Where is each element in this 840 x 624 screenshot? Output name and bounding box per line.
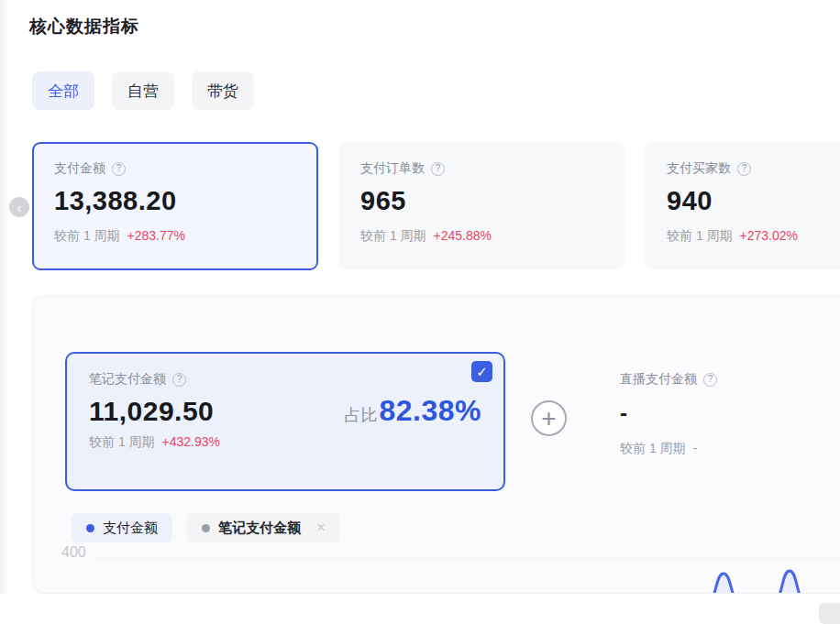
legend-label: 笔记支付金额 <box>218 520 301 537</box>
tab-affiliate-label: 带货 <box>207 81 238 102</box>
legend-dot-gray <box>202 524 210 532</box>
plus-icon: + <box>541 406 556 432</box>
bottom-bar <box>0 594 840 624</box>
help-icon[interactable]: ? <box>172 373 186 387</box>
compare-label: 较前 1 周期 <box>54 228 120 243</box>
compare-delta: +432.93% <box>162 434 220 449</box>
metric-value: 13,388.20 <box>54 186 296 216</box>
scope-tabs: 全部 自营 带货 <box>32 71 254 110</box>
left-edge-fade <box>0 0 9 624</box>
metric-title: 支付金额 <box>54 160 105 177</box>
tab-self-operated[interactable]: 自营 <box>112 71 174 110</box>
breakdown-compare-row: 较前 1 周期- <box>620 441 838 457</box>
add-metric-button[interactable]: + <box>531 400 567 436</box>
metric-value: 940 <box>667 186 840 216</box>
floating-widget-partial[interactable] <box>819 603 840 624</box>
compare-label: 较前 1 周期 <box>620 441 686 455</box>
metric-compare-row: 较前 1 周期+245.88% <box>360 228 602 245</box>
metric-card-row: 支付金额 ? 13,388.20 较前 1 周期+283.77% 支付订单数 ?… <box>32 142 840 270</box>
metric-compare-row: 较前 1 周期+273.02% <box>667 228 840 245</box>
breakdown-title: 笔记支付金额 <box>89 371 166 388</box>
chart-legend: 支付金额 笔记支付金额 × <box>72 513 340 542</box>
breakdown-value: - <box>620 400 838 426</box>
legend-dot-blue <box>86 524 94 532</box>
chart-gridline <box>97 558 840 559</box>
legend-pill-note-payment-amount[interactable]: 笔记支付金额 × <box>187 513 340 542</box>
compare-delta: +273.02% <box>740 228 798 243</box>
breakdown-title: 直播支付金额 <box>620 371 697 388</box>
metric-card-payment-amount[interactable]: 支付金额 ? 13,388.20 较前 1 周期+283.77% <box>32 142 318 270</box>
breakdown-compare-row: 较前 1 周期+432.93% <box>89 434 481 451</box>
metric-card-payment-buyers[interactable]: 支付买家数 ? 940 较前 1 周期+273.02% <box>645 142 840 270</box>
metric-card-payment-orders[interactable]: 支付订单数 ? 965 较前 1 周期+245.88% <box>338 142 624 270</box>
metric-compare-row: 较前 1 周期+283.77% <box>54 228 296 245</box>
legend-label: 支付金额 <box>103 520 158 537</box>
metric-card-title-row: 支付订单数 ? <box>360 160 602 177</box>
compare-delta: - <box>693 441 698 455</box>
breakdown-title-row: 笔记支付金额 ? <box>89 371 481 388</box>
breakdown-value: 11,029.50 <box>89 396 214 427</box>
compare-label: 较前 1 周期 <box>667 228 733 243</box>
help-icon[interactable]: ? <box>703 373 717 387</box>
breakdown-value-row: 11,029.50 占比 82.38% <box>89 394 481 428</box>
note-card-checkbox[interactable]: ✓ <box>471 361 492 382</box>
breakdown-panel: 400 笔记支付金额 ? 11,029.50 占比 82.38% 较前 1 周期… <box>32 295 840 594</box>
tab-all[interactable]: 全部 <box>32 71 94 110</box>
close-icon[interactable]: × <box>316 519 326 537</box>
breakdown-card-note-payment[interactable]: 笔记支付金额 ? 11,029.50 占比 82.38% 较前 1 周期+432… <box>65 352 505 491</box>
compare-label: 较前 1 周期 <box>89 434 155 449</box>
metric-card-title-row: 支付金额 ? <box>54 160 296 177</box>
tab-affiliate[interactable]: 带货 <box>192 71 254 110</box>
chevron-left-icon: ‹ <box>17 201 22 214</box>
metric-card-title-row: 支付买家数 ? <box>667 160 840 177</box>
ratio-label: 占比 <box>344 404 377 426</box>
metric-title: 支付订单数 <box>360 160 425 177</box>
breakdown-card-live-payment[interactable]: 直播支付金额 ? - 较前 1 周期- <box>600 352 840 491</box>
carousel-prev-button[interactable]: ‹ <box>9 197 29 217</box>
help-icon[interactable]: ? <box>737 162 751 176</box>
ratio-group: 占比 82.38% <box>344 394 481 428</box>
help-icon[interactable]: ? <box>112 162 126 176</box>
y-axis-tick-400: 400 <box>61 544 86 561</box>
check-icon: ✓ <box>476 364 488 380</box>
compare-delta: +245.88% <box>434 228 492 243</box>
breakdown-title-row: 直播支付金额 ? <box>620 371 838 388</box>
ratio-value: 82.38% <box>379 394 481 428</box>
compare-label: 较前 1 周期 <box>360 228 426 243</box>
metric-title: 支付买家数 <box>667 160 731 177</box>
compare-delta: +283.77% <box>127 228 185 243</box>
tab-self-operated-label: 自营 <box>127 81 159 102</box>
page-title: 核心数据指标 <box>29 15 139 38</box>
legend-pill-payment-amount[interactable]: 支付金额 <box>72 513 172 542</box>
tab-all-label: 全部 <box>48 81 79 102</box>
metric-value: 965 <box>360 186 602 216</box>
help-icon[interactable]: ? <box>431 162 445 176</box>
